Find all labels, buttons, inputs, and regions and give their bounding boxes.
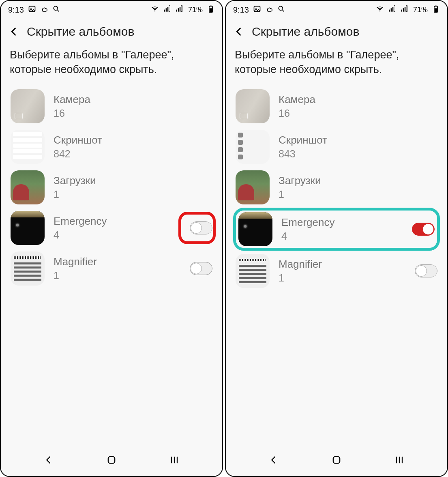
album-count: 1 — [279, 272, 415, 284]
svg-line-3 — [57, 10, 59, 12]
svg-point-21 — [255, 8, 257, 9]
navbar — [1, 445, 222, 476]
album-row-camera[interactable]: Камера 16 — [8, 86, 215, 127]
album-name: Камера — [54, 93, 212, 106]
album-thumb — [11, 130, 45, 164]
album-list: Камера 16 Скриншот 842 Загрузки 1 Emerge… — [1, 86, 222, 289]
album-count: 1 — [279, 189, 437, 200]
phone-right: 9:13 71% Скрытие альбомов Выберите альбо… — [225, 0, 448, 477]
album-count: 16 — [54, 107, 212, 119]
page-subtitle: Выберите альбомы в "Галерее", которые не… — [1, 43, 222, 86]
svg-rect-7 — [167, 7, 169, 12]
hide-toggle[interactable] — [190, 221, 212, 234]
svg-rect-6 — [166, 8, 167, 11]
page-header: Скрытие альбомов — [226, 17, 447, 43]
back-icon[interactable] — [8, 26, 19, 37]
album-row-screenshot[interactable]: Скриншот 842 — [8, 127, 215, 167]
statusbar: 9:13 71% — [1, 1, 222, 17]
album-count: 843 — [279, 148, 437, 160]
album-row-downloads[interactable]: Загрузки 1 — [233, 167, 440, 208]
album-row-screenshot[interactable]: Скриншот 843 — [233, 127, 440, 167]
nav-home[interactable] — [329, 453, 344, 467]
svg-rect-32 — [406, 6, 407, 12]
nav-home[interactable] — [104, 453, 119, 467]
svg-rect-30 — [403, 8, 404, 11]
album-name: Emergency — [281, 216, 412, 229]
album-row-emergency[interactable]: Emergency 4 — [233, 208, 440, 251]
nav-recents[interactable] — [167, 453, 182, 467]
image-icon — [253, 5, 261, 15]
album-thumb — [11, 89, 45, 123]
svg-rect-14 — [210, 6, 211, 6]
battery-icon — [207, 5, 215, 15]
album-count: 16 — [279, 107, 437, 119]
svg-rect-16 — [108, 457, 115, 463]
hide-toggle[interactable] — [415, 264, 437, 277]
svg-rect-12 — [181, 6, 182, 12]
svg-rect-34 — [435, 6, 436, 6]
page-title: Скрытие альбомов — [252, 25, 360, 39]
album-thumb — [236, 130, 270, 164]
album-thumb — [11, 251, 45, 286]
album-thumb — [11, 170, 45, 204]
album-name: Камера — [279, 93, 437, 106]
svg-rect-29 — [401, 10, 402, 12]
svg-rect-8 — [169, 6, 170, 12]
svg-rect-11 — [180, 7, 181, 12]
album-thumb — [238, 212, 272, 246]
album-count: 4 — [281, 230, 412, 242]
nav-back[interactable] — [266, 453, 281, 467]
status-time: 9:13 — [233, 5, 249, 15]
svg-point-1 — [30, 8, 32, 9]
back-icon[interactable] — [233, 26, 244, 37]
wifi-icon — [376, 5, 384, 15]
image-icon — [28, 5, 36, 15]
album-thumb — [11, 211, 45, 245]
svg-rect-28 — [394, 6, 395, 12]
album-row-downloads[interactable]: Загрузки 1 — [8, 167, 215, 208]
hide-toggle[interactable] — [190, 262, 212, 275]
status-time: 9:13 — [8, 5, 24, 15]
album-count: 4 — [54, 229, 190, 241]
svg-rect-27 — [392, 7, 394, 12]
svg-point-2 — [54, 6, 58, 10]
signal-icon — [163, 5, 171, 15]
svg-rect-10 — [178, 8, 179, 11]
page-title: Скрытие альбомов — [27, 25, 135, 39]
svg-point-24 — [379, 11, 381, 12]
album-row-camera[interactable]: Камера 16 — [233, 86, 440, 127]
album-row-magnifier[interactable]: Magnifier 1 — [8, 248, 215, 289]
svg-rect-15 — [210, 8, 212, 12]
album-thumb — [236, 254, 270, 288]
svg-rect-9 — [176, 10, 177, 12]
page-subtitle: Выберите альбомы в "Галерее", которые не… — [226, 43, 447, 86]
svg-rect-36 — [333, 457, 340, 463]
hide-toggle[interactable] — [412, 223, 435, 236]
page-header: Скрытие альбомов — [1, 17, 222, 43]
album-list: Камера 16 Скриншот 843 Загрузки 1 — [226, 86, 447, 291]
album-name: Magnifier — [279, 258, 415, 271]
search-icon — [52, 5, 60, 15]
svg-rect-25 — [389, 10, 390, 12]
album-row-magnifier[interactable]: Magnifier 1 — [233, 251, 440, 291]
nav-recents[interactable] — [392, 453, 407, 467]
weather-icon — [265, 5, 273, 15]
svg-point-4 — [154, 11, 156, 12]
album-row-emergency[interactable]: Emergency 4 — [8, 208, 215, 248]
album-name: Emergency — [54, 215, 190, 228]
signal2-icon — [400, 5, 408, 15]
phone-left: 9:13 71% Скрытие альбомов Выберите альбо… — [0, 0, 223, 477]
album-count: 1 — [54, 189, 212, 200]
album-thumb — [236, 170, 270, 204]
album-thumb — [236, 89, 270, 123]
signal2-icon — [175, 5, 183, 15]
album-count: 842 — [54, 148, 212, 160]
navbar — [226, 445, 447, 476]
album-name: Скриншот — [279, 134, 437, 146]
album-name: Magnifier — [54, 256, 190, 268]
nav-back[interactable] — [41, 453, 56, 467]
svg-point-22 — [279, 6, 283, 10]
weather-icon — [40, 5, 48, 15]
wifi-icon — [151, 5, 159, 15]
svg-rect-26 — [391, 8, 392, 11]
